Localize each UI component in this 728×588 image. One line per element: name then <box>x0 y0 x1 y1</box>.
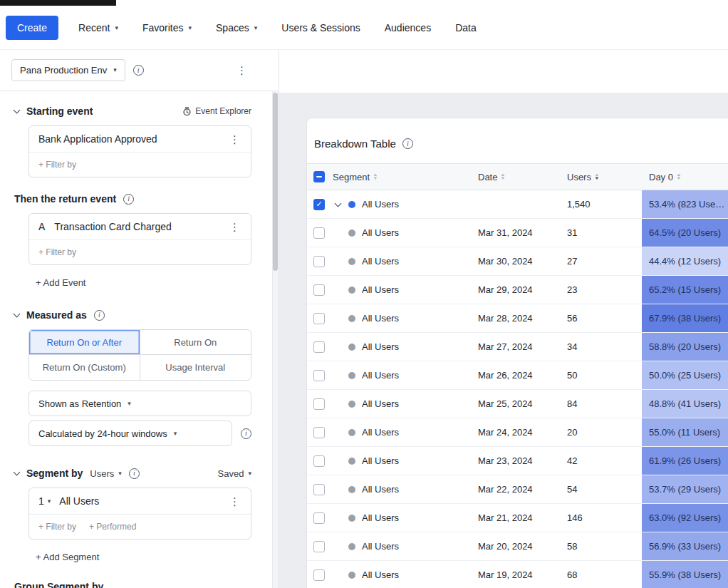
info-icon[interactable]: i <box>133 65 144 76</box>
event-row[interactable]: A Transaction Card Charged ⋮ <box>29 214 251 240</box>
row-checkbox[interactable] <box>313 398 325 410</box>
column-header-day-0[interactable]: Day 0▲▼ <box>642 164 728 190</box>
nav-item-recent[interactable]: Recent▾ <box>78 22 118 33</box>
saved-selector[interactable]: Saved ▾ <box>218 468 251 479</box>
expand-chevron-icon[interactable] <box>333 203 343 206</box>
day0-heat-cell[interactable]: 53.4% (823 Use… <box>642 190 728 218</box>
column-header-segment[interactable]: Segment▲▼ <box>326 164 471 190</box>
row-checkbox[interactable] <box>313 427 325 438</box>
day0-value: 67.9% (38 Users) <box>649 313 721 324</box>
performed-link[interactable]: + Performed <box>89 522 136 532</box>
segment-card: 1 ▾ All Users ⋮ + Filter by + Performed <box>28 488 251 540</box>
info-icon[interactable]: i <box>94 310 105 321</box>
sort-icon[interactable]: ▲▼ <box>677 173 681 180</box>
collapse-chevron-icon[interactable] <box>14 107 21 114</box>
filter-by-link[interactable]: + Filter by <box>38 160 76 170</box>
segment-color-dot <box>348 543 355 550</box>
row-checkbox[interactable]: ✓ <box>313 199 325 210</box>
table-row: ✓All Users1,54053.4% (823 Use… <box>307 190 728 219</box>
shown-as-selector[interactable]: Shown as Retention ▾ <box>28 391 251 416</box>
filter-by-link[interactable]: + Filter by <box>38 247 76 257</box>
measure-option-usage-interval[interactable]: Usage Interval <box>140 355 251 380</box>
day0-heat-cell[interactable]: 50.0% (25 Users) <box>642 361 728 389</box>
measure-option-return-on-custom[interactable]: Return On (Custom) <box>29 355 140 380</box>
row-checkbox[interactable] <box>313 541 325 552</box>
date-cell <box>471 190 560 218</box>
column-header-users[interactable]: Users▲▼ <box>560 164 642 190</box>
info-icon[interactable]: i <box>241 428 251 439</box>
add-segment-button[interactable]: + Add Segment <box>36 552 251 562</box>
checkbox-cell <box>307 361 326 389</box>
sort-icon[interactable]: ▲▼ <box>501 173 505 180</box>
select-all-checkbox[interactable] <box>313 171 325 182</box>
segment-cell: All Users <box>326 561 471 588</box>
info-icon[interactable]: i <box>402 138 413 149</box>
kebab-menu-icon[interactable]: ⋮ <box>235 65 249 76</box>
row-checkbox[interactable] <box>313 512 325 524</box>
row-checkbox[interactable] <box>313 341 325 353</box>
segment-row[interactable]: 1 ▾ All Users ⋮ <box>29 488 251 515</box>
segment-type-selector[interactable]: Users ▾ <box>90 468 121 479</box>
filter-by-link[interactable]: + Filter by <box>38 522 76 532</box>
kebab-menu-icon[interactable]: ⋮ <box>228 134 241 145</box>
scrollbar-thumb[interactable] <box>273 93 278 271</box>
event-explorer-link[interactable]: Event Explorer <box>182 106 251 116</box>
row-checkbox[interactable] <box>313 284 325 296</box>
row-checkbox[interactable] <box>313 370 325 381</box>
sort-icon[interactable]: ▲▼ <box>373 173 378 180</box>
calculated-by-selector[interactable]: Calculated by 24-hour windows ▾ <box>28 421 232 446</box>
segment-color-dot <box>348 287 355 294</box>
info-icon[interactable]: i <box>129 468 140 479</box>
day0-heat-cell[interactable]: 61.9% (26 Users) <box>642 447 728 475</box>
sidebar-scrollbar[interactable] <box>272 91 279 588</box>
row-checkbox[interactable] <box>313 569 325 581</box>
segment-cell: All Users <box>326 532 471 560</box>
day0-value: 55.9% (38 Users) <box>649 569 721 580</box>
checkbox-cell <box>307 447 326 475</box>
day0-heat-cell[interactable]: 67.9% (38 Users) <box>642 304 728 332</box>
row-checkbox[interactable] <box>313 256 325 267</box>
day0-heat-cell[interactable]: 55.0% (11 Users) <box>642 418 728 446</box>
segment-filter-row: + Filter by + Performed <box>29 515 251 539</box>
segment-color-dot <box>348 372 355 379</box>
day0-heat-cell[interactable]: 65.2% (15 Users) <box>642 276 728 304</box>
segment-color-dot <box>348 486 355 493</box>
nav-item-favorites[interactable]: Favorites▾ <box>142 22 192 33</box>
day0-heat-cell[interactable]: 55.9% (38 Users) <box>642 561 728 588</box>
kebab-menu-icon[interactable]: ⋮ <box>228 496 241 507</box>
nav-item-data[interactable]: Data <box>455 22 477 33</box>
row-checkbox[interactable] <box>313 313 325 324</box>
event-row[interactable]: Bank Application Approved ⋮ <box>29 126 251 153</box>
collapse-chevron-icon[interactable] <box>14 469 21 476</box>
row-checkbox[interactable] <box>313 484 325 495</box>
create-button[interactable]: Create <box>6 16 58 40</box>
day0-heat-cell[interactable]: 48.8% (41 Users) <box>642 390 728 418</box>
kebab-menu-icon[interactable]: ⋮ <box>228 222 241 232</box>
row-checkbox[interactable] <box>313 455 325 467</box>
day0-heat-cell[interactable]: 58.8% (20 Users) <box>642 333 728 361</box>
nav-item-users-sessions[interactable]: Users & Sessions <box>281 22 360 33</box>
collapse-chevron-icon[interactable] <box>14 311 21 318</box>
segment-cell: All Users <box>326 475 471 503</box>
segment-color-dot <box>348 229 355 237</box>
day0-heat-cell[interactable]: 63.0% (92 Users) <box>642 504 728 532</box>
date-cell: Mar 20, 2024 <box>471 532 560 560</box>
add-event-button[interactable]: + Add Event <box>36 277 251 288</box>
date-cell: Mar 27, 2024 <box>471 333 560 361</box>
sort-icon[interactable]: ▲▼ <box>595 173 599 180</box>
row-checkbox[interactable] <box>313 227 325 239</box>
chevron-down-icon: ▾ <box>254 25 258 31</box>
nav-item-audiences[interactable]: Audiences <box>385 22 431 33</box>
checkbox-cell <box>307 504 326 532</box>
day0-heat-cell[interactable]: 44.4% (12 Users) <box>642 247 728 275</box>
breakdown-table-title: Breakdown Table <box>314 138 396 150</box>
column-header-date[interactable]: Date▲▼ <box>471 164 560 190</box>
day0-heat-cell[interactable]: 56.9% (33 Users) <box>642 532 728 560</box>
measure-option-return-on-or-after[interactable]: Return On or After <box>29 330 140 355</box>
env-selector[interactable]: Pana Production Env ▾ <box>11 59 125 81</box>
day0-heat-cell[interactable]: 53.7% (29 Users) <box>642 475 728 503</box>
info-icon[interactable]: i <box>123 194 134 205</box>
measure-option-return-on[interactable]: Return On <box>140 330 251 355</box>
nav-item-spaces[interactable]: Spaces▾ <box>216 22 257 33</box>
day0-heat-cell[interactable]: 64.5% (20 Users) <box>642 219 728 247</box>
